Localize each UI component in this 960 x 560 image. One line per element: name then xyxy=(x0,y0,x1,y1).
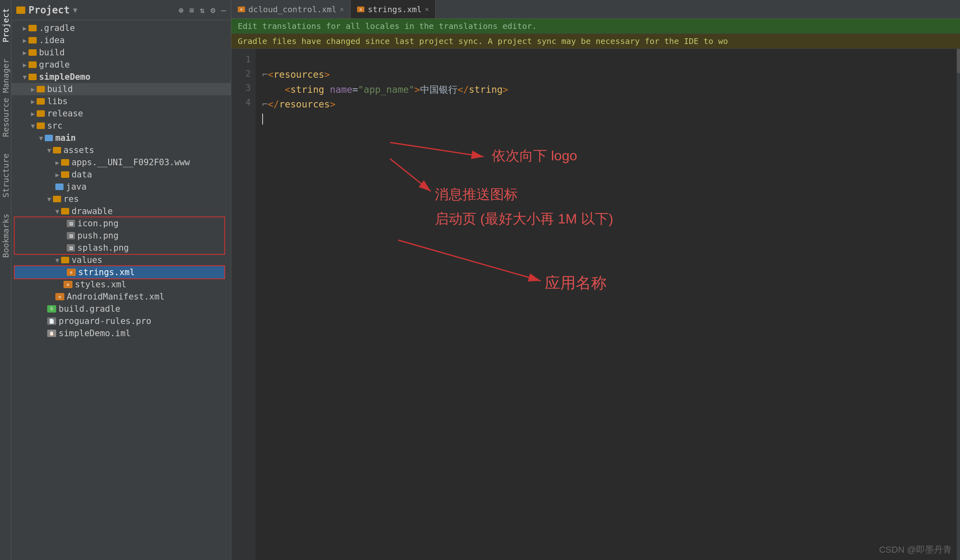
code-close-tag-1: > xyxy=(324,69,330,80)
item-label: gradle xyxy=(39,60,70,70)
item-label: res xyxy=(64,194,79,204)
tab-close-strings[interactable]: ✕ xyxy=(425,5,429,13)
settings-icon[interactable]: ⚙ xyxy=(210,5,215,15)
scrollbar-thumb[interactable] xyxy=(957,49,960,73)
tree-item-gradle[interactable]: ▶ .gradle xyxy=(11,22,231,34)
minimize-icon[interactable]: — xyxy=(221,5,226,15)
tab-close-dcloud[interactable]: ✕ xyxy=(340,5,344,13)
tree-item-androidmanifest[interactable]: ⚙ AndroidManifest.xml xyxy=(11,291,231,303)
tree-item-assets[interactable]: ▼ assets xyxy=(11,144,231,156)
main-container: Project ▼ ⊕ ≡ ⇅ ⚙ — ▶ .gradle ▶ xyxy=(11,0,960,560)
tree-item-push-png[interactable]: 🖼 push.png xyxy=(15,230,224,242)
panel-dropdown-icon[interactable]: ▼ xyxy=(73,6,77,14)
item-label: splash.png xyxy=(77,243,129,253)
structure-tab[interactable]: Structure xyxy=(0,145,12,206)
tree-item-proguard[interactable]: 📄 proguard-rules.pro xyxy=(11,315,231,327)
code-tag-resources: resources xyxy=(274,69,324,80)
tree-item-build-gradle[interactable]: G build.gradle xyxy=(11,303,231,315)
tree-item-libs[interactable]: ▶ libs xyxy=(11,95,231,107)
folder-icon xyxy=(61,159,69,166)
bookmarks-tab[interactable]: Bookmarks xyxy=(0,206,12,266)
chevron-icon: ▼ xyxy=(47,147,51,154)
tree-item-main[interactable]: ▼ main xyxy=(11,132,231,144)
code-text-chinese: 中国银行 xyxy=(420,84,458,95)
pro-file-icon: 📄 xyxy=(47,317,56,325)
folder-icon xyxy=(28,25,37,31)
item-label: proguard-rules.pro xyxy=(59,316,151,326)
tab-bar: ⚙ dcloud_control.xml ✕ ⚙ strings.xml ✕ xyxy=(231,0,960,19)
tab-label-strings: strings.xml xyxy=(368,4,421,14)
tree-item-build[interactable]: ▶ build xyxy=(11,46,231,59)
tree-item-src[interactable]: ▼ src xyxy=(11,120,231,132)
resource-manager-tab[interactable]: Resource Manager xyxy=(0,50,12,145)
folder-icon xyxy=(28,61,37,68)
expand-icon[interactable]: ⇅ xyxy=(200,5,205,15)
tree-item-gradle2[interactable]: ▶ gradle xyxy=(11,59,231,71)
chevron-icon: ▶ xyxy=(31,110,35,118)
tree-item-values[interactable]: ▼ values xyxy=(11,254,231,266)
code-close-bracket: > xyxy=(503,84,508,95)
tree-item-strings-xml[interactable]: ⚙ strings.xml xyxy=(15,266,224,278)
item-label: push.png xyxy=(77,231,118,241)
tree-item-simpledemo-build[interactable]: ▶ build xyxy=(11,83,231,95)
item-label: release xyxy=(47,109,83,118)
chevron-icon: ▶ xyxy=(55,171,59,179)
locate-icon[interactable]: ⊕ xyxy=(179,5,184,15)
left-sidebar-tabs: Project Resource Manager Structure Bookm… xyxy=(0,0,11,560)
tree-item-icon-png[interactable]: 🖼 icon.png xyxy=(15,217,224,230)
gradle-file-icon: G xyxy=(47,305,56,313)
item-label: simpleDemo xyxy=(39,72,90,82)
project-tab[interactable]: Project xyxy=(0,0,12,50)
code-fold-1: ⌐ xyxy=(262,69,268,80)
drawable-files-box: 🖼 icon.png 🖼 push.png 🖼 splash.png xyxy=(15,217,224,254)
item-label: values xyxy=(72,255,103,265)
line-number-3: 3 xyxy=(231,81,251,95)
tree-item-java[interactable]: java xyxy=(11,181,231,193)
file-tree: ▶ .gradle ▶ .idea ▶ build ▶ xyxy=(11,20,231,560)
iml-file-icon: 📋 xyxy=(47,330,56,337)
code-close-tag-2: > xyxy=(414,84,420,95)
tree-item-simpledemo-iml[interactable]: 📋 simpleDemo.iml xyxy=(11,327,231,339)
item-label: AndroidManifest.xml xyxy=(67,292,164,302)
tab-strings[interactable]: ⚙ strings.xml ✕ xyxy=(351,0,436,18)
tab-dcloud[interactable]: ⚙ dcloud_control.xml ✕ xyxy=(231,0,351,18)
chevron-icon: ▼ xyxy=(31,122,35,130)
line-numbers: 1 2 3 4 xyxy=(231,49,256,560)
tree-item-drawable[interactable]: ▼ drawable xyxy=(11,205,231,217)
chevron-icon: ▼ xyxy=(55,256,59,264)
tree-item-apps[interactable]: ▶ apps.__UNI__F092F03.www xyxy=(11,156,231,168)
code-close-string-tag: </ xyxy=(458,84,469,95)
collapse-all-icon[interactable]: ≡ xyxy=(189,5,194,15)
code-fold-3: ⌐ xyxy=(262,99,268,109)
tree-item-idea[interactable]: ▶ .idea xyxy=(11,34,231,46)
tree-item-data[interactable]: ▶ data xyxy=(11,168,231,181)
strings-tab-icon: ⚙ xyxy=(357,7,364,12)
tree-item-res[interactable]: ▼ res xyxy=(11,193,231,205)
code-close-tag-3: > xyxy=(330,99,335,109)
item-label: libs xyxy=(47,96,68,106)
folder-icon xyxy=(37,98,45,105)
info-banner: Edit translations for all locales in the… xyxy=(231,19,960,34)
project-panel: Project ▼ ⊕ ≡ ⇅ ⚙ — ▶ .gradle ▶ xyxy=(11,0,231,560)
image-file-icon: 🖼 xyxy=(67,232,75,239)
text-cursor xyxy=(262,114,263,125)
panel-header: Project ▼ ⊕ ≡ ⇅ ⚙ — xyxy=(11,0,231,20)
item-label: .gradle xyxy=(39,23,75,33)
item-label: apps.__UNI__F092F03.www xyxy=(72,158,190,167)
code-open-close-tag-3: </ xyxy=(268,99,279,109)
item-label: src xyxy=(47,121,63,131)
tree-item-release[interactable]: ▶ release xyxy=(11,107,231,120)
tree-item-splash-png[interactable]: 🖼 splash.png xyxy=(15,242,224,254)
scrollbar-track[interactable] xyxy=(957,49,960,560)
warning-banner: Gradle files have changed since last pro… xyxy=(231,34,960,49)
item-label: simpleDemo.iml xyxy=(59,328,131,338)
tree-item-styles-xml[interactable]: ⚙ styles.xml xyxy=(11,278,231,291)
chevron-icon: ▶ xyxy=(55,159,59,166)
code-open-tag-2: < xyxy=(285,84,290,95)
code-content[interactable]: ⌐<resources> <string name="app_name">中国银… xyxy=(256,49,960,560)
image-file-icon: 🖼 xyxy=(67,244,75,252)
tree-item-simpledemo[interactable]: ▼ simpleDemo xyxy=(11,71,231,83)
dcloud-tab-icon: ⚙ xyxy=(238,7,245,12)
item-label: strings.xml xyxy=(78,267,135,277)
chevron-icon: ▶ xyxy=(31,98,35,105)
